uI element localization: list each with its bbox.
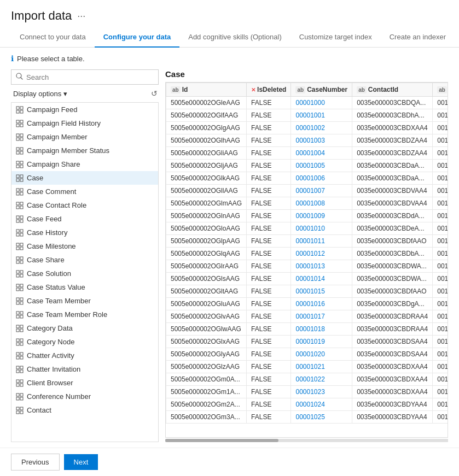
- table-grid-icon: [16, 120, 24, 127]
- table-cell: 0015e000004uFMSAA2: [433, 160, 448, 172]
- list-item-label: Client Browser: [27, 379, 73, 387]
- column-header: abContactId: [352, 83, 433, 97]
- table-title: Case: [165, 69, 448, 79]
- svg-rect-47: [20, 257, 23, 260]
- table-cell: 0035e000003CBDeA...: [352, 222, 433, 235]
- list-item[interactable]: Case Share: [11, 253, 158, 267]
- table-cell: FALSE: [247, 172, 291, 185]
- svg-rect-83: [20, 380, 23, 383]
- data-table-wrapper[interactable]: abId✕IsDeletedabCaseNumberabContactIdabA…: [165, 82, 448, 438]
- table-cell: 0035e000003CBDWA...: [352, 273, 433, 285]
- list-item[interactable]: Campaign Share: [11, 157, 158, 171]
- table-cell: 5005e000002OGlmAAG: [166, 197, 247, 210]
- table-cell: 0015e000004uFMQA...: [433, 260, 448, 273]
- list-item[interactable]: Case Solution: [11, 267, 158, 280]
- table-row: 5005e000002OGlkAAGFALSE000010060035e0000…: [166, 172, 449, 185]
- previous-button[interactable]: Previous: [11, 454, 60, 471]
- svg-rect-25: [20, 179, 23, 181]
- search-input[interactable]: [26, 73, 154, 81]
- scroll-thumb: [165, 439, 278, 442]
- tab-configure[interactable]: Configure your data: [95, 27, 180, 48]
- page-title: Import data: [11, 9, 72, 23]
- table-cell: 5005e000002OGljAAG: [166, 160, 247, 172]
- list-item[interactable]: Case Feed: [11, 212, 158, 226]
- table-cell: 0035e000003CBDaA...: [352, 172, 433, 185]
- display-options-button[interactable]: Display options ▾: [11, 89, 69, 99]
- svg-rect-87: [20, 393, 23, 396]
- table-cell: 00001023: [291, 386, 352, 398]
- list-item[interactable]: Category Data: [11, 321, 158, 335]
- next-button[interactable]: Next: [64, 454, 98, 470]
- scroll-indicator: [165, 439, 448, 442]
- list-item[interactable]: Case History: [11, 226, 158, 239]
- table-cell: 5005e000002OGm1A...: [166, 386, 247, 398]
- table-grid-icon: [16, 229, 24, 237]
- tab-connect[interactable]: Connect to your data: [11, 27, 95, 48]
- list-item[interactable]: Chatter Activity: [11, 349, 158, 362]
- svg-rect-58: [16, 298, 19, 301]
- svg-rect-68: [16, 329, 19, 332]
- list-item[interactable]: Campaign Feed: [11, 103, 158, 116]
- svg-rect-72: [16, 343, 19, 345]
- column-header: abCaseNumber: [291, 83, 352, 97]
- tab-indexer[interactable]: Create an indexer: [381, 27, 455, 48]
- table-cell: 5005e000002OGlnAAG: [166, 210, 247, 222]
- list-item-label: Campaign Member Status: [27, 146, 109, 155]
- list-item[interactable]: Case: [11, 171, 158, 185]
- table-row: 5005e000002OGliAAGFALSE000010040035e0000…: [166, 147, 449, 160]
- col-label: CaseNumber: [307, 86, 347, 93]
- table-cell: FALSE: [247, 160, 291, 172]
- svg-rect-73: [20, 343, 23, 345]
- list-item[interactable]: Case Team Member: [11, 294, 158, 308]
- table-cell: 0015e000004uFMRAA2: [433, 386, 448, 398]
- table-row: 5005e000002OGlnAAGFALSE000010090035e0000…: [166, 210, 449, 222]
- table-cell: 00001021: [291, 361, 352, 373]
- table-cell: 0015e000004uFMWA...: [433, 222, 448, 235]
- list-item-label: Case Milestone: [27, 242, 76, 250]
- table-cell: FALSE: [247, 185, 291, 197]
- list-item-label: Campaign Member: [27, 133, 88, 141]
- list-item[interactable]: Case Contact Role: [11, 198, 158, 212]
- list-item[interactable]: Conference Number: [11, 390, 158, 403]
- table-cell: 00001025: [291, 411, 352, 424]
- table-row: 5005e000002OGlhAAGFALSE000010030035e0000…: [166, 134, 449, 147]
- list-item[interactable]: Case Team Member Role: [11, 308, 158, 321]
- list-item[interactable]: Contact: [11, 403, 158, 417]
- table-cell: 5005e000002OGlyAAG: [166, 348, 247, 361]
- table-cell: 0015e000004uFMWA...: [433, 273, 448, 285]
- list-item[interactable]: Case Comment: [11, 185, 158, 198]
- table-cell: 0015e000004uFMVAA2: [433, 235, 448, 248]
- list-item[interactable]: Case Milestone: [11, 239, 158, 253]
- table-grid-icon: [16, 174, 24, 182]
- column-header: abId: [166, 83, 247, 97]
- svg-rect-46: [16, 257, 19, 260]
- svg-rect-35: [20, 216, 23, 219]
- list-item[interactable]: Campaign Field History: [11, 116, 158, 130]
- svg-rect-75: [20, 352, 23, 355]
- list-item[interactable]: Client Browser: [11, 376, 158, 390]
- svg-rect-2: [16, 107, 19, 109]
- list-item[interactable]: Chatter Invitation: [11, 362, 158, 376]
- list-item[interactable]: Campaign Member: [11, 130, 158, 144]
- table-cell: 5005e000002OGluAAG: [166, 298, 247, 310]
- footer: Previous Next: [0, 448, 459, 476]
- table-row: 5005e000002OGm3A...FALSE000010250035e000…: [166, 411, 449, 424]
- table-cell: FALSE: [247, 222, 291, 235]
- tab-cognitive[interactable]: Add cognitive skills (Optional): [179, 27, 290, 48]
- table-cell: 00001001: [291, 109, 352, 122]
- table-grid-icon: [16, 147, 24, 155]
- svg-rect-88: [16, 397, 19, 400]
- more-options-icon[interactable]: ···: [77, 10, 85, 22]
- list-item-label: Category Data: [27, 324, 73, 332]
- list-item[interactable]: Campaign Member Status: [11, 144, 158, 157]
- svg-rect-28: [16, 192, 19, 195]
- col-label: IsDeleted: [257, 86, 286, 93]
- search-box[interactable]: [11, 69, 159, 85]
- table-cell: 00001018: [291, 323, 352, 336]
- table-cell: 0015e000004uFMTAA2: [433, 248, 448, 260]
- table-cell: 0015e000004uFMRAA2: [433, 361, 448, 373]
- tab-customize[interactable]: Customize target index: [290, 27, 381, 48]
- list-item[interactable]: Case Status Value: [11, 280, 158, 294]
- refresh-icon[interactable]: ↺: [150, 88, 159, 99]
- list-item[interactable]: Category Node: [11, 335, 158, 349]
